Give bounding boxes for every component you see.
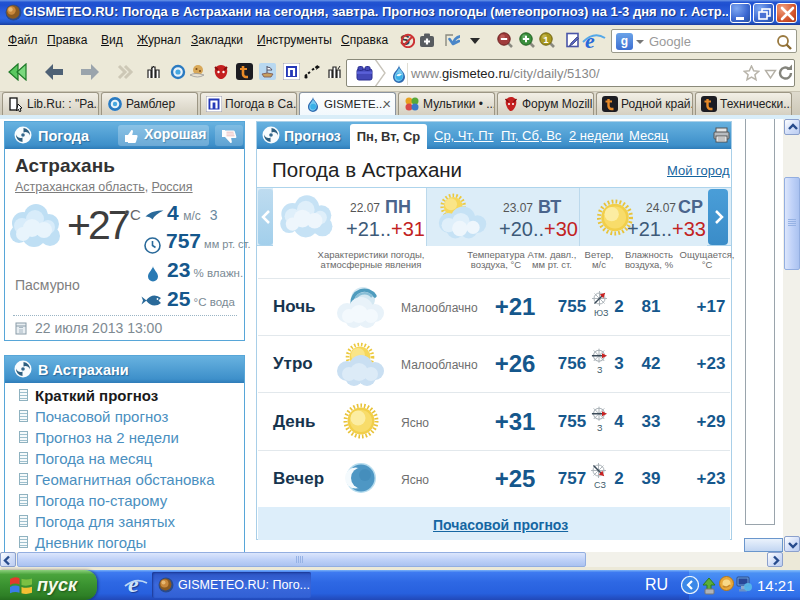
svg-text:1: 1 [543, 35, 548, 45]
